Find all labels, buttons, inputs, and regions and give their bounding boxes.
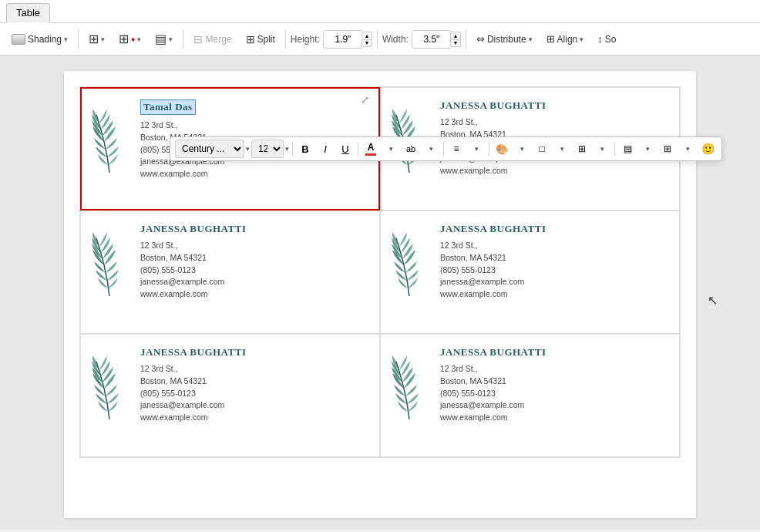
tab-table[interactable]: Table	[6, 3, 50, 23]
label-detail-6: 12 3rd St.,Boston, MA 54321(805) 555-012…	[440, 363, 668, 424]
label-name-4[interactable]: JANESSA BUGHATTI	[440, 223, 668, 235]
border-icon: □	[539, 143, 544, 154]
fmt-sep-4	[489, 142, 489, 156]
height-spinner: ▲ ▼	[362, 32, 372, 47]
font-family-select[interactable]: Century ...	[175, 140, 244, 158]
align-chevron: ▾	[580, 35, 583, 43]
align-label: Align	[557, 34, 578, 45]
fmt-sep-2	[358, 142, 358, 156]
style-btn-2[interactable]: ⊞	[658, 140, 677, 158]
shading-button[interactable]: Shading ▾	[6, 31, 73, 48]
palm-icon-3	[89, 227, 131, 302]
distribute-button[interactable]: ⇔ Distribute ▾	[471, 30, 538, 48]
table-style-btn-1[interactable]: ⊞ ▾	[83, 29, 110, 49]
separator-3	[285, 30, 286, 49]
style-icon-2: ⊞	[664, 143, 671, 154]
palm-icon-6	[388, 350, 431, 426]
palm-icon-5	[89, 350, 131, 426]
list-button[interactable]: ≡	[447, 140, 466, 158]
merge-label: Merge	[205, 34, 231, 45]
style-button[interactable]: ▤	[618, 140, 637, 158]
dot-icon: ●	[131, 35, 135, 43]
label-cell-5[interactable]: JANESSA BUGHATTI12 3rd St.,Boston, MA 54…	[80, 334, 380, 457]
italic-button[interactable]: I	[316, 140, 335, 158]
merge-icon: ⊟	[193, 33, 203, 45]
main-toolbar: Shading ▾ ⊞ ▾ ⊞ ● ▾ ▤ ▾ ⊟ Merge ⊞ Split …	[0, 23, 760, 56]
emoji-icon: 🙂	[701, 143, 715, 155]
table-grid-icon: ⊞	[89, 32, 99, 46]
palette-chevron[interactable]: ▾	[513, 140, 531, 158]
emoji-button[interactable]: 🙂	[698, 140, 717, 158]
palm-icon-1	[89, 103, 131, 179]
font-color-button[interactable]: A	[362, 140, 380, 158]
palm-icon-4	[388, 227, 431, 302]
table-border-chevron[interactable]: ▾	[593, 140, 611, 158]
height-input[interactable]	[323, 30, 363, 49]
align-icon: ⊞	[546, 33, 555, 45]
width-down[interactable]: ▼	[450, 39, 461, 47]
distribute-chevron: ▾	[529, 35, 533, 43]
chevron-2: ▾	[137, 35, 141, 43]
underline-button[interactable]: U	[336, 140, 355, 158]
border-chevron[interactable]: ▾	[553, 140, 571, 158]
label-name-6[interactable]: JANESSA BUGHATTI	[440, 346, 668, 359]
label-name-2[interactable]: JANESSA BUGHATTI	[440, 99, 668, 112]
width-up[interactable]: ▲	[450, 32, 461, 39]
height-control: ▲ ▼	[323, 30, 372, 49]
table-style-btn-3[interactable]: ▤ ▾	[150, 29, 178, 49]
label-cell-4[interactable]: JANESSA BUGHATTI12 3rd St.,Boston, MA 54…	[380, 210, 680, 334]
tab-bar: Table	[0, 0, 760, 23]
sort-button[interactable]: ↕ So	[592, 30, 621, 48]
border-button[interactable]: □	[533, 140, 551, 158]
highlight-button[interactable]: ab	[402, 140, 420, 158]
height-label: Height:	[291, 34, 320, 45]
distribute-icon: ⇔	[476, 33, 485, 45]
table-grid-icon-2: ⊞	[119, 32, 129, 46]
main-area: Century ... ▾ 12 ▾ B I U A ▾ ab ▾ ≡	[0, 56, 760, 530]
separator-1	[78, 30, 79, 49]
font-size-select[interactable]: 12	[251, 140, 284, 158]
label-cell-3[interactable]: JANESSA BUGHATTI12 3rd St.,Boston, MA 54…	[80, 210, 380, 334]
align-button[interactable]: ⊞ Align ▾	[541, 30, 590, 48]
table-style-icon: ▤	[155, 32, 166, 46]
table-style-btn-2[interactable]: ⊞ ● ▾	[113, 29, 146, 49]
resize-handle-1[interactable]: ⤢	[361, 94, 373, 106]
list-chevron[interactable]: ▾	[467, 140, 486, 158]
color-palette-button[interactable]: 🎨	[493, 140, 511, 158]
split-button[interactable]: ⊞ Split	[240, 30, 281, 49]
format-toolbar: Century ... ▾ 12 ▾ B I U A ▾ ab ▾ ≡	[170, 136, 722, 161]
separator-5	[466, 30, 466, 49]
bold-button[interactable]: B	[296, 140, 314, 158]
list-chevron-icon: ▾	[475, 145, 479, 153]
shading-icon	[12, 34, 25, 45]
label-content-6: JANESSA BUGHATTI12 3rd St.,Boston, MA 54…	[440, 346, 668, 424]
label-name-3[interactable]: JANESSA BUGHATTI	[140, 223, 368, 235]
style-icon: ▤	[624, 143, 632, 154]
label-name-5[interactable]: JANESSA BUGHATTI	[140, 346, 368, 359]
color-chevron-icon: ▾	[389, 145, 393, 153]
highlight-chevron[interactable]: ▾	[422, 140, 440, 158]
label-cell-6[interactable]: JANESSA BUGHATTI12 3rd St.,Boston, MA 54…	[380, 334, 680, 457]
width-input[interactable]	[412, 30, 452, 49]
list-icon: ≡	[453, 143, 459, 154]
width-spinner: ▲ ▼	[450, 32, 461, 47]
style-btn-2-chevron[interactable]: ▾	[678, 140, 697, 158]
height-up[interactable]: ▲	[362, 32, 372, 39]
label-name-1[interactable]: Tamal Das	[140, 99, 196, 115]
chevron-3: ▾	[169, 35, 173, 43]
size-chevron: ▾	[285, 145, 289, 153]
font-color-chevron[interactable]: ▾	[382, 140, 400, 158]
merge-button[interactable]: ⊟ Merge	[188, 30, 237, 49]
style-btn-2-chevron-icon: ▾	[686, 145, 690, 153]
split-icon: ⊞	[246, 33, 255, 45]
shading-chevron: ▾	[64, 35, 68, 43]
style-chevron[interactable]: ▾	[638, 140, 657, 158]
height-down[interactable]: ▼	[362, 39, 372, 47]
palette-icon: 🎨	[496, 143, 508, 155]
border-chevron-icon: ▾	[560, 145, 564, 153]
sort-label: So	[605, 34, 617, 45]
width-label: Width:	[382, 34, 409, 45]
font-color-icon: A	[365, 142, 376, 156]
table-border-button[interactable]: ⊞	[573, 140, 591, 158]
chevron-1: ▾	[101, 35, 105, 43]
